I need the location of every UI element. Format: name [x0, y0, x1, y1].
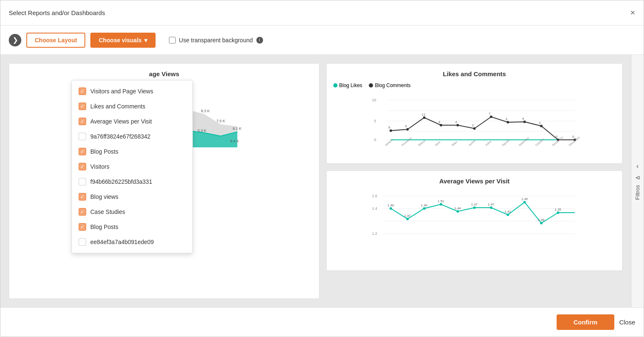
dropdown-item-hash2[interactable]: f94b66b26225bfd3a331 [72, 174, 192, 189]
svg-text:1.44: 1.44 [455, 206, 461, 210]
dropdown-item-avg-views[interactable]: Average Views per Visit [72, 114, 192, 129]
svg-text:Janeiro: Janeiro [384, 138, 394, 146]
right-charts-column: Likes and Comments Blog Likes Blog Comme… [326, 63, 623, 299]
svg-text:8.3 K: 8.3 K [201, 109, 210, 113]
modal-footer: Confirm Close [0, 307, 644, 337]
svg-point-72 [423, 207, 426, 210]
svg-text:4: 4 [522, 117, 524, 121]
dropdown-item-hash1[interactable]: 9a76ff3824e67f268342 [72, 129, 192, 144]
svg-text:1.40: 1.40 [421, 203, 428, 207]
choose-visuals-button[interactable]: Choose visuals ▾ [90, 33, 156, 48]
dropdown-checkbox-hash3[interactable] [79, 238, 86, 246]
dropdown-item-blog-posts2[interactable]: Blog Posts [72, 219, 192, 234]
svg-point-77 [507, 214, 509, 216]
modal-close-button[interactable]: × [630, 8, 635, 18]
svg-point-75 [473, 206, 476, 209]
svg-point-70 [390, 207, 392, 210]
dropdown-checkbox-visitors-page-views[interactable] [79, 87, 86, 95]
visuals-dropdown: Visitors and Page ViewsLikes and Comment… [72, 80, 193, 253]
toolbar: ❯ Choose Layout Choose visuals ▾ Use tra… [0, 26, 644, 55]
svg-point-29 [423, 116, 426, 119]
dropdown-checkbox-avg-views[interactable] [79, 118, 86, 125]
dropdown-checkbox-blog-posts[interactable] [79, 148, 86, 155]
avg-views-title: Average Views per Visit [333, 178, 616, 185]
nav-arrow-button[interactable]: ❯ [9, 34, 21, 46]
dropdown-item-visitors-page-views[interactable]: Visitors and Page Views [72, 84, 192, 99]
confirm-button[interactable]: Confirm [557, 314, 614, 330]
sidebar-arrow-left[interactable]: ‹ [636, 162, 639, 170]
svg-text:7: 7 [489, 112, 491, 116]
svg-text:1.47: 1.47 [488, 203, 495, 206]
chart-legend: Blog Likes Blog Comments [333, 82, 616, 88]
dropdown-item-hash3[interactable]: ee84ef3a7a4b091ede09 [72, 234, 192, 250]
svg-text:Novembro: Novembro [552, 136, 564, 146]
svg-text:Outubro: Outubro [535, 138, 545, 146]
svg-text:1.45: 1.45 [521, 197, 528, 201]
svg-point-35 [524, 121, 526, 123]
svg-text:1.2: 1.2 [372, 232, 378, 236]
dropdown-item-blog-views[interactable]: Blog views [72, 189, 192, 204]
transparent-bg-checkbox[interactable] [169, 37, 176, 44]
svg-point-71 [406, 218, 409, 220]
visitors-chart-title: age Views [16, 70, 312, 77]
likes-comments-title: Likes and Comments [333, 70, 616, 77]
dropdown-checkbox-case-studies[interactable] [79, 208, 86, 216]
svg-text:9: 9 [388, 126, 391, 129]
legend-blog-comments: Blog Comments [369, 82, 410, 88]
svg-point-34 [507, 121, 509, 123]
svg-text:6.4 K: 6.4 K [230, 139, 239, 143]
svg-text:1.40: 1.40 [388, 203, 394, 207]
svg-point-28 [406, 128, 409, 131]
svg-text:1.35: 1.35 [555, 208, 562, 211]
avg-views-svg: 1.6 1.4 1.2 [333, 190, 616, 240]
svg-point-79 [540, 222, 543, 224]
dropdown-checkbox-hash1[interactable] [79, 133, 86, 140]
dropdown-label-visitors-page-views: Visitors and Page Views [90, 88, 153, 95]
svg-text:Setembro: Setembro [518, 136, 530, 146]
right-sidebar[interactable]: ‹ ⊲ Filtros [631, 55, 644, 307]
sidebar-filtros-label: Filtros [634, 185, 641, 200]
blog-comments-dot [369, 83, 373, 87]
svg-text:10: 10 [372, 98, 376, 102]
info-icon[interactable]: i [256, 37, 263, 44]
dropdown-checkbox-blog-views[interactable] [79, 193, 86, 201]
svg-text:1.37: 1.37 [404, 214, 411, 218]
dropdown-checkbox-hash2[interactable] [79, 178, 86, 185]
likes-comments-card: Likes and Comments Blog Likes Blog Comme… [326, 63, 623, 164]
svg-point-78 [524, 201, 526, 203]
svg-text:Dezembro: Dezembro [568, 136, 580, 146]
svg-point-80 [557, 211, 560, 214]
blog-likes-dot [333, 83, 337, 87]
svg-text:Julho: Julho [485, 140, 492, 146]
svg-text:Junho: Junho [468, 139, 476, 146]
modal: Select Reports and/or Dashboards × ❯ Cho… [0, 0, 644, 337]
svg-text:Abril: Abril [434, 141, 441, 146]
modal-header: Select Reports and/or Dashboards × [0, 0, 644, 26]
svg-text:0: 0 [374, 138, 376, 142]
sidebar-filter-icon[interactable]: ⊲ [635, 174, 640, 181]
chevron-down-icon: ▾ [144, 37, 147, 44]
dropdown-label-avg-views: Average Views per Visit [90, 118, 152, 125]
svg-text:7.5 K: 7.5 K [217, 119, 225, 123]
close-footer-button[interactable]: Close [619, 319, 635, 326]
svg-text:2: 2 [472, 123, 474, 127]
svg-text:0: 0 [572, 135, 575, 139]
svg-text:4: 4 [439, 120, 441, 124]
transparent-bg-label[interactable]: Use transparent background i [169, 37, 263, 44]
svg-text:1.47: 1.47 [471, 203, 478, 206]
dropdown-checkbox-likes-comments[interactable] [79, 103, 86, 110]
svg-point-32 [473, 127, 476, 130]
svg-text:1.4: 1.4 [372, 206, 378, 211]
svg-text:5: 5 [374, 119, 376, 123]
dropdown-item-visitors[interactable]: Visitors [72, 159, 192, 174]
dropdown-item-likes-comments[interactable]: Likes and Comments [72, 99, 192, 114]
avg-views-card: Average Views per Visit 1.6 1.4 1.2 [326, 170, 623, 271]
svg-text:4: 4 [455, 120, 457, 124]
dropdown-label-visitors: Visitors [90, 163, 110, 170]
dropdown-checkbox-blog-posts2[interactable] [79, 223, 86, 231]
dropdown-checkbox-visitors[interactable] [79, 163, 86, 170]
modal-title: Select Reports and/or Dashboards [9, 9, 105, 16]
choose-layout-button[interactable]: Choose Layout [26, 33, 85, 48]
dropdown-item-blog-posts[interactable]: Blog Posts [72, 144, 192, 159]
dropdown-item-case-studies[interactable]: Case Studies [72, 204, 192, 219]
